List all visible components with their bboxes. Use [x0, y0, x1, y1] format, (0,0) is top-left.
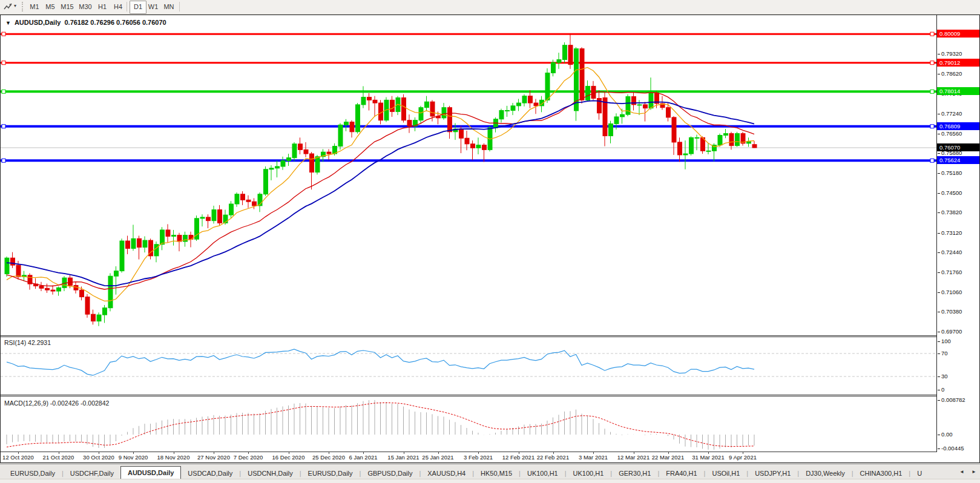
symbol-tab-hk50[interactable]: HK50,M15 — [474, 468, 519, 479]
date-axis-label: 3 Feb 2021 — [464, 454, 493, 461]
date-axis-label: 30 Oct 2020 — [83, 454, 114, 461]
date-axis-label: 25 Jan 2021 — [422, 454, 453, 461]
symbol-tab-usdcad[interactable]: USDCAD,Daily — [181, 468, 239, 479]
price-axis-tick: 0.71760 — [938, 269, 962, 275]
symbol-tab-xauusd[interactable]: XAUUSD,H4 — [421, 468, 472, 479]
timeframe-button-w1[interactable]: W1 — [145, 1, 161, 13]
top-toolbar: ▾ M1M5M15M30H1H4D1W1MN — [0, 0, 980, 15]
date-axis-label: 3 Mar 2021 — [579, 454, 608, 461]
tab-scroll-left-icon[interactable]: ◄ — [957, 467, 967, 477]
date-axis-label: 27 Nov 2020 — [197, 454, 230, 461]
rsi-axis-tick: 70 — [938, 350, 948, 356]
price-axis-tick: 0.79320 — [938, 50, 962, 57]
date-axis-label: 12 Mar 2021 — [617, 454, 649, 461]
ma-slow-line — [7, 100, 754, 286]
price-level-line[interactable] — [1, 32, 936, 36]
ohlc-values: 0.76182 0.76296 0.76056 0.76070 — [64, 19, 166, 26]
price-level-line[interactable] — [1, 159, 936, 162]
symbol-tab-china300[interactable]: CHINA300,H1 — [853, 468, 909, 479]
chart-menu-caret-icon[interactable]: ▼ — [5, 20, 11, 26]
price-level-badge: 0.76809 — [937, 122, 979, 130]
date-axis-label: 25 Dec 2020 — [312, 454, 345, 461]
chart-tool-icon[interactable] — [3, 2, 13, 12]
current-price-badge: 0.76070 — [937, 143, 979, 151]
status-bar — [0, 479, 980, 483]
date-axis-label: 7 Dec 2020 — [234, 454, 263, 461]
date-axis-label: 21 Oct 2020 — [43, 454, 74, 461]
price-level-line[interactable] — [1, 90, 936, 93]
symbol-tab-uk100[interactable]: UK100,H1 — [521, 468, 565, 479]
symbol-tab-bar: EURUSD,Daily|USDCHF,DailyAUDUSD,DailyUSD… — [0, 464, 980, 479]
chart-tool-dropdown-caret-icon[interactable]: ▾ — [14, 3, 16, 8]
date-axis-label: 16 Dec 2020 — [272, 454, 305, 461]
price-axis-tick: 0.69700 — [938, 328, 962, 335]
date-axis-label: 12 Oct 2020 — [2, 454, 34, 461]
date-axis-label: 31 Mar 2021 — [692, 454, 724, 461]
symbol-tab-usoil[interactable]: USOil,H1 — [705, 468, 746, 479]
date-axis-label: 22 Feb 2021 — [537, 454, 569, 461]
rsi-line — [7, 349, 754, 375]
price-axis-tick: 0.77240 — [938, 110, 962, 117]
timeframe-button-m15[interactable]: M15 — [58, 1, 76, 13]
trading-terminal: ▾ M1M5M15M30H1H4D1W1MN ▼AUDUSD,Daily 0.7… — [0, 0, 980, 483]
symbol-tab-usdchf[interactable]: USDCHF,Daily — [64, 468, 120, 479]
symbol-tab-ger30[interactable]: GER30,H1 — [612, 468, 657, 479]
date-axis-label: 6 Jan 2021 — [349, 454, 377, 461]
timeframe-button-m5[interactable]: M5 — [42, 1, 58, 13]
symbol-tab-dj30[interactable]: DJ30,Weekly — [799, 468, 852, 479]
symbol-tab-gbpusd[interactable]: GBPUSD,Daily — [361, 468, 419, 479]
rsi-axis-tick: 30 — [938, 373, 948, 380]
timeframe-button-h4[interactable]: H4 — [110, 1, 126, 13]
price-axis-tick: 0.75180 — [938, 169, 962, 176]
date-axis-label: 12 Feb 2021 — [502, 454, 534, 461]
price-axis-tick: 0.78620 — [938, 70, 962, 77]
symbol-tab-eurusd[interactable]: EURUSD,Daily — [4, 468, 62, 479]
timeframe-button-mn[interactable]: MN — [161, 1, 177, 13]
symbol-tab-usdjpy[interactable]: USDJPY,H1 — [748, 468, 797, 479]
panel-separator — [1, 452, 936, 452]
macd-histogram — [7, 400, 754, 450]
timeframe-button-m1[interactable]: M1 — [27, 1, 42, 13]
price-axis-tick: 0.76560 — [938, 130, 962, 137]
symbol-period-label: AUDUSD,Daily — [15, 19, 61, 26]
rsi-axis-tick: 100 — [938, 338, 951, 344]
symbol-tab-u[interactable]: U — [910, 468, 929, 479]
timeframe-button-h1[interactable]: H1 — [94, 1, 110, 13]
price-level-badge: 0.78014 — [937, 87, 979, 95]
rsi-label: RSI(14) 42.2931 — [4, 339, 51, 346]
macd-axis-tick: 0.008782 — [938, 396, 965, 403]
symbol-tab-usdcnh[interactable]: USDCNH,Daily — [241, 468, 300, 479]
price-level-badge: 0.79012 — [937, 59, 979, 67]
chart-title: ▼AUDUSD,Daily 0.76182 0.76296 0.76056 0.… — [5, 19, 166, 26]
toolbar-separator — [179, 2, 180, 12]
symbol-tab-eurusd[interactable]: EURUSD,Daily — [301, 468, 360, 479]
tab-scroll-buttons: ◄► — [957, 467, 979, 478]
price-axis-tick: 0.72440 — [938, 249, 962, 255]
macd-label: MACD(12,26,9) -0.002426 -0.002842 — [4, 399, 109, 407]
timeframe-button-m30[interactable]: M30 — [76, 1, 94, 13]
date-axis-label: 9 Nov 2020 — [119, 454, 148, 461]
symbol-tab-uk100[interactable]: UK100,H1 — [567, 468, 611, 479]
symbol-tab-fra40[interactable]: FRA40,H1 — [659, 468, 703, 479]
tab-scroll-right-icon[interactable]: ► — [969, 467, 979, 477]
price-level-badge: 0.80009 — [937, 30, 979, 38]
toolbar-grip-handle[interactable] — [22, 2, 23, 12]
timeframe-button-d1[interactable]: D1 — [130, 1, 146, 14]
price-level-badge: 0.75624 — [937, 156, 979, 164]
date-axis-label: 18 Nov 2020 — [157, 454, 190, 461]
price-level-line[interactable] — [1, 61, 936, 65]
price-axis-tick: 0.74500 — [938, 189, 962, 196]
price-axis-tick: 0.71060 — [938, 289, 962, 295]
date-axis-label: 15 Jan 2021 — [387, 454, 419, 461]
date-axis-label: 22 Mar 2021 — [652, 454, 684, 461]
panel-separator[interactable] — [1, 395, 936, 396]
price-axis-tick: 0.70380 — [938, 308, 962, 315]
price-axis-tick: 0.73820 — [938, 209, 962, 215]
date-axis-label: 9 Apr 2021 — [729, 454, 757, 461]
macd-axis-tick: -0.00445 — [938, 445, 964, 452]
panel-separator[interactable] — [1, 335, 936, 337]
price-axis-line — [936, 15, 937, 452]
chart-window: ▼AUDUSD,Daily 0.76182 0.76296 0.76056 0.… — [0, 15, 980, 463]
price-axis-tick: 0.73120 — [938, 229, 962, 236]
symbol-tab-audusd[interactable]: AUDUSD,Daily — [120, 466, 181, 479]
